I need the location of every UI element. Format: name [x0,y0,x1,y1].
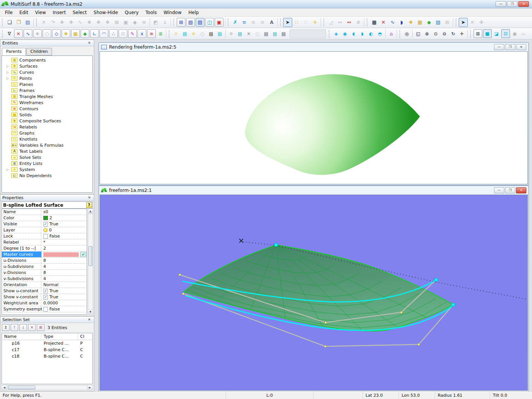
properties-scrollbar[interactable]: ▲ ▼ [88,209,93,315]
property-value[interactable]: 0.0000 [41,300,87,306]
selection-row-c17[interactable]: c17B-spline C...C [2,347,92,353]
property-value[interactable]: 0 [41,227,87,233]
open-file-button[interactable]: ❐ [14,18,23,27]
expand-arrow-icon[interactable]: ▷ [6,71,11,74]
mouse-tmesh-button[interactable]: ▦ [415,18,424,27]
menu-tools[interactable]: Tools [142,9,160,16]
help-button[interactable]: ? [86,202,92,208]
tree-item-triangle-meshes[interactable]: ⊠Triangle Meshes [2,93,92,100]
digitize-grid-button[interactable]: ∷ [292,18,301,27]
selection-window-button[interactable]: ▤ [196,18,204,27]
menu-edit[interactable]: Edit [16,9,32,16]
property-value[interactable]: ✓True [41,288,87,294]
checkbox-checked[interactable]: ✓ [43,289,48,293]
property-value[interactable]: ✓True [41,294,87,300]
property-row-orientation[interactable]: OrientationNormal [2,282,87,288]
menu-select[interactable]: Select [69,9,90,16]
selection-hscrollbar[interactable]: ◀ ▶ [2,385,93,390]
view-perspective-button[interactable]: ◈ [332,29,340,38]
projected-point-p16[interactable] [239,239,243,243]
rendering-viewport[interactable] [100,51,528,184]
hide-others-button[interactable]: ▤ [279,29,288,38]
property-value[interactable]: 8 [41,258,87,263]
checkbox-checked[interactable]: ✓ [43,295,48,299]
property-row-master-curves[interactable]: Master curves✔ [2,252,87,258]
filter-text-button[interactable]: ✎ [128,29,137,38]
column-header-type[interactable]: Type [41,333,78,340]
property-value[interactable]: s0 [41,209,87,215]
model-viewport[interactable] [100,195,528,391]
property-row-relabel[interactable]: Relabel* [2,239,87,245]
mouse-list-button[interactable]: ▤ [434,18,443,27]
digitize-snap-button[interactable]: ✛ [310,18,320,27]
tree-item-composite-surfaces[interactable]: ❖Composite Surfaces [2,118,92,124]
property-value[interactable]: 4 [41,264,87,269]
deselect-all-button[interactable]: ✗ [231,18,240,27]
hide-points-button[interactable]: ✕ [244,29,253,38]
mouse-composite-button[interactable]: ❖ [406,18,415,27]
rotate-view-button[interactable]: ↻ [449,29,458,38]
filter-layers-button[interactable]: ≣ [156,29,165,38]
zoom-out-button[interactable]: ⊖ [440,29,449,38]
property-row-u-divisions[interactable]: u-Divisions8 [2,258,87,264]
view-body-button[interactable]: ◉ [340,29,349,38]
hide-selection-button[interactable]: ▤ [271,29,279,38]
look-point-button[interactable]: ◎ [402,29,411,38]
color-swatch[interactable] [43,216,48,220]
menu-help[interactable]: Help [185,9,202,16]
model-maximize-button[interactable]: ❐ [505,187,515,193]
tree-item-knotlists[interactable]: ∷Knotlists [2,136,92,142]
checkbox-unchecked[interactable] [43,234,48,239]
tree-item-text-labels[interactable]: AText Labels [2,148,92,154]
hide-children-button[interactable]: ▤ [262,29,271,38]
property-value[interactable]: 2 [41,245,87,251]
property-row-u-subdivisions[interactable]: u-Subdivisions4 [2,264,87,270]
master-curves-field[interactable] [43,252,79,257]
selection-list-button[interactable]: ↕ [2,324,10,331]
column-header-cl[interactable]: Cl [78,333,92,340]
menu-view[interactable]: View [32,9,49,16]
entities-window-button[interactable]: ⊞ [177,18,185,27]
bspline-lofted-surface[interactable] [184,245,453,331]
show-list-button[interactable]: ▤ [180,29,189,38]
insert-window-button[interactable]: ◫ [205,18,214,27]
property-row-name[interactable]: Names0 [2,209,87,215]
property-value[interactable]: 4 [41,276,87,282]
property-row-layer[interactable]: Layer0 [2,227,87,233]
property-row-degree-1-to[interactable]: Degree [1 to --]2 [2,245,87,252]
display-grid-button[interactable]: ▦ [370,18,379,27]
view-bow-button[interactable]: ◐ [367,29,375,38]
expand-arrow-icon[interactable]: ▷ [6,168,11,171]
property-value[interactable]: False [41,233,87,239]
expand-arrow-icon[interactable]: ▷ [6,77,11,80]
hide-list-button[interactable]: ▤ [236,29,244,38]
property-value[interactable]: ✔ [41,252,87,257]
app-minimize-button[interactable]: — [496,1,506,7]
checkbox-unchecked[interactable] [43,307,48,312]
tree-item-entity-lists[interactable]: ≣Entity Lists [2,160,92,166]
menu-file[interactable]: File [2,9,16,16]
tree-item-curves[interactable]: ▷∿Curves [2,69,92,75]
app-close-button[interactable]: ✕ [518,1,529,7]
property-row-visible[interactable]: Visible✓True [2,221,87,227]
tree-item-variables-formulas[interactable]: x=Variables & Formulas [2,142,92,148]
filter-solids-button[interactable]: ◇ [52,29,61,38]
filter-fraction-button[interactable]: ∇ [5,29,14,38]
property-value[interactable]: Normal [41,282,87,288]
zoom-window-button[interactable]: ◱ [414,29,423,38]
save-file-button[interactable]: ▤ [23,18,32,27]
property-value[interactable]: 8 [41,270,87,276]
hide-all-button[interactable]: ☼ [227,29,236,38]
filter-relabels-button[interactable]: ◆ [81,29,89,38]
display-open-button[interactable]: ⊟ [501,29,510,38]
new-file-button[interactable]: ❏ [5,18,14,27]
tree-item-surfaces[interactable]: ▷❖Surfaces [2,63,92,69]
property-row-show-v-constant[interactable]: Show v-constant✓True [2,294,87,300]
filter-contours-button[interactable]: ≋ [147,29,156,38]
column-header-name[interactable]: Name [2,333,41,340]
scroll-up-icon[interactable]: ▲ [88,209,93,214]
zoom-in-button[interactable]: ⊕ [423,29,431,38]
tree-item-points[interactable]: ▷✕Points [2,75,92,81]
tree-item-contours[interactable]: ≋Contours [2,106,92,112]
scroll-left-icon[interactable]: ◀ [2,385,7,390]
